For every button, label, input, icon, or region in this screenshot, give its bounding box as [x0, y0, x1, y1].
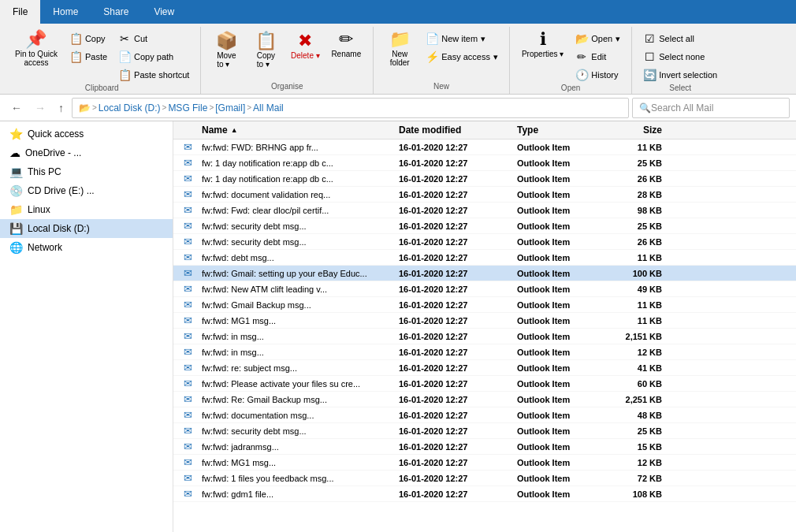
sidebar-item-network[interactable]: 🌐 Network: [0, 238, 173, 257]
table-row[interactable]: ✉ fw:fwd: Please activate your files su …: [173, 376, 796, 392]
up-button[interactable]: ↑: [54, 99, 69, 117]
breadcrumb-item-1[interactable]: Local Disk (D:): [99, 102, 161, 113]
file-date: 16-01-2020 12:27: [392, 348, 511, 357]
search-box[interactable]: 🔍 Search All Mail: [632, 98, 790, 118]
table-row[interactable]: ✉ fw:fwd: MG1 msg... 16-01-2020 12:27 Ou…: [173, 313, 796, 329]
table-row[interactable]: ✉ fw: 1 day notification re:app db c... …: [173, 155, 796, 171]
file-size: 11 KB: [605, 143, 668, 152]
pin-to-quick-access-button[interactable]: 📌 Pin to Quickaccess: [9, 28, 63, 69]
table-row[interactable]: ✉ fw:fwd: Gmail: setting up your eBay Ed…: [173, 266, 796, 281]
file-size: 28 KB: [605, 190, 668, 199]
table-row[interactable]: ✉ fw:fwd: New ATM clift leading v... 16-…: [173, 281, 796, 297]
sidebar-item-this-pc[interactable]: 💻 This PC: [0, 162, 173, 181]
file-size: 26 KB: [605, 174, 668, 184]
ribbon-toolbar: 📌 Pin to Quickaccess 📋 Copy 📋 Paste ✂ Cu…: [0, 24, 796, 95]
file-date: 16-01-2020 12:27: [392, 426, 511, 436]
column-header-type[interactable]: Type: [511, 125, 605, 136]
file-name: fw:fwd: Fwd: clear dloc/pil certif...: [195, 206, 392, 215]
sidebar-item-quick-access[interactable]: ⭐ Quick access: [0, 125, 173, 143]
organise-group-label: Organise: [207, 82, 366, 92]
sidebar-item-linux[interactable]: 📁 Linux: [0, 200, 173, 219]
paste-shortcut-button[interactable]: 📋 Paste shortcut: [113, 66, 194, 84]
table-row[interactable]: ✉ fw:fwd: documentation msg... 16-01-202…: [173, 407, 796, 423]
file-email-icon: ✉: [180, 378, 195, 389]
delete-button[interactable]: ✖ Delete ▾: [286, 28, 324, 62]
properties-button[interactable]: ℹ Properties ▾: [516, 28, 569, 61]
new-item-button[interactable]: 📄 New item ▾: [421, 30, 503, 47]
file-date: 16-01-2020 12:27: [392, 442, 511, 452]
rename-button[interactable]: ✏ Rename: [325, 28, 366, 61]
select-all-button[interactable]: ☑ Select all: [638, 30, 722, 47]
breadcrumb-item-2[interactable]: MSG File: [168, 102, 207, 113]
breadcrumb-sep-3: >: [247, 103, 251, 112]
file-date: 16-01-2020 12:27: [392, 458, 511, 467]
table-row[interactable]: ✉ fw:fwd: MG1 msg... 16-01-2020 12:27 Ou…: [173, 455, 796, 471]
paste-button[interactable]: 📋 Paste: [65, 48, 112, 65]
move-to-button[interactable]: 📦 Moveto ▾: [207, 28, 245, 71]
file-name: fw:fwd: security debt msg...: [195, 237, 392, 247]
new-group-label: New: [380, 82, 503, 92]
file-type: Outlook Item: [511, 300, 605, 310]
delete-icon: ✖: [298, 31, 312, 51]
breadcrumb-sep-0: >: [92, 103, 97, 112]
file-type: Outlook Item: [511, 158, 605, 168]
table-row[interactable]: ✉ fw:fwd: security debt msg... 16-01-202…: [173, 218, 796, 234]
copy-path-button[interactable]: 📄 Copy path: [113, 48, 194, 65]
invert-selection-button[interactable]: 🔄 Invert selection: [638, 66, 722, 84]
open-button[interactable]: 📂 Open ▾: [571, 30, 625, 47]
breadcrumb[interactable]: 📂 > Local Disk (D:) > MSG File > [Gmail]…: [72, 98, 629, 118]
sidebar-item-onedrive-label: OneDrive - ...: [25, 147, 81, 158]
history-button[interactable]: 🕐 History: [571, 66, 625, 84]
file-size: 25 KB: [605, 221, 668, 231]
sidebar-item-onedrive[interactable]: ☁ OneDrive - ...: [0, 143, 173, 162]
table-row[interactable]: ✉ fw: 1 day notification re:app db c... …: [173, 171, 796, 187]
new-folder-button[interactable]: 📁 Newfolder: [380, 28, 419, 69]
forward-button[interactable]: →: [30, 99, 50, 117]
breadcrumb-item-3[interactable]: [Gmail]: [215, 102, 245, 113]
breadcrumb-item-4[interactable]: All Mail: [253, 102, 284, 113]
quick-access-icon: ⭐: [9, 128, 23, 140]
column-header-size[interactable]: Size: [605, 125, 668, 136]
breadcrumb-item-0[interactable]: 📂: [79, 102, 91, 113]
file-email-icon: ✉: [180, 283, 195, 295]
table-row[interactable]: ✉ fw:fwd: jadranmsg... 16-01-2020 12:27 …: [173, 439, 796, 455]
new-group: 📁 Newfolder 📄 New item ▾ ⚡ Easy access ▾…: [374, 27, 510, 94]
table-row[interactable]: ✉ fw:fwd: re: subject msg... 16-01-2020 …: [173, 360, 796, 376]
table-row[interactable]: ✉ fw:fwd: Re: Gmail Backup msg... 16-01-…: [173, 392, 796, 407]
table-row[interactable]: ✉ fw:fwd: Gmail Backup msg... 16-01-2020…: [173, 297, 796, 313]
back-button[interactable]: ←: [6, 99, 27, 117]
sidebar-item-quick-access-label: Quick access: [28, 128, 84, 140]
table-row[interactable]: ✉ fw:fwd: in msg... 16-01-2020 12:27 Out…: [173, 329, 796, 344]
table-row[interactable]: ✉ fw:fwd: debt msg... 16-01-2020 12:27 O…: [173, 250, 796, 266]
select-none-button[interactable]: ☐ Select none: [638, 48, 722, 65]
sidebar-item-cd-drive[interactable]: 💿 CD Drive (E:) ...: [0, 181, 173, 200]
tab-home[interactable]: Home: [40, 0, 91, 24]
tab-share[interactable]: Share: [91, 0, 141, 24]
table-row[interactable]: ✉ fw:fwd: FWD: BRHNG app fr... 16-01-202…: [173, 140, 796, 155]
table-row[interactable]: ✉ fw:fwd: security debt msg... 16-01-202…: [173, 423, 796, 439]
open-icon: 📂: [575, 32, 588, 45]
table-row[interactable]: ✉ fw:fwd: 1 files you feedback msg... 16…: [173, 471, 796, 486]
open-dropdown-icon: ▾: [616, 34, 620, 44]
table-row[interactable]: ✉ fw:fwd: gdm1 file... 16-01-2020 12:27 …: [173, 486, 796, 502]
table-row[interactable]: ✉ fw:fwd: security debt msg... 16-01-202…: [173, 234, 796, 250]
paste-label: Paste: [85, 52, 107, 61]
tab-file[interactable]: File: [0, 0, 40, 24]
column-header-name[interactable]: Name ▲: [195, 125, 392, 136]
copy-to-button[interactable]: 📋 Copyto ▾: [247, 28, 285, 71]
file-size: 15 KB: [605, 442, 668, 452]
easy-access-icon: ⚡: [426, 50, 438, 63]
file-name: fw:fwd: in msg...: [195, 348, 392, 357]
table-row[interactable]: ✉ fw:fwd: Fwd: clear dloc/pil certif... …: [173, 203, 796, 218]
table-row[interactable]: ✉ fw:fwd: in msg... 16-01-2020 12:27 Out…: [173, 344, 796, 360]
tab-view[interactable]: View: [141, 0, 187, 24]
search-placeholder: Search All Mail: [651, 102, 713, 113]
easy-access-button[interactable]: ⚡ Easy access ▾: [421, 48, 503, 65]
column-header-date[interactable]: Date modified: [392, 125, 511, 136]
table-row[interactable]: ✉ fw:fwd: document validation req... 16-…: [173, 187, 796, 203]
copy-button[interactable]: 📋 Copy: [65, 30, 112, 47]
edit-button[interactable]: ✏ Edit: [571, 48, 625, 65]
sidebar-item-local-disk[interactable]: 💾 Local Disk (D:): [0, 219, 173, 238]
file-size: 11 KB: [605, 300, 668, 310]
cut-button[interactable]: ✂ Cut: [113, 30, 194, 47]
